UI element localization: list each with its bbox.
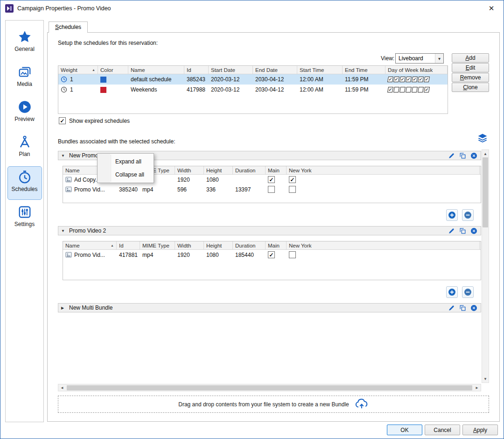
copy-bundle-button[interactable] — [459, 152, 467, 160]
bundle-name: Promo Video 2 — [69, 227, 106, 234]
delete-bundle-button[interactable] — [470, 152, 478, 160]
day-of-week-checkbox[interactable] — [418, 87, 424, 92]
remove-content-button[interactable] — [462, 286, 474, 298]
day-of-week-checkbox[interactable]: ✓ — [399, 77, 406, 82]
column-header-color[interactable]: Color — [98, 66, 128, 74]
edit-bundle-button[interactable] — [448, 304, 455, 312]
view-dropdown[interactable]: Liveboard ▾ — [395, 53, 444, 64]
column-header-id[interactable]: Id — [117, 241, 140, 249]
main-checkbox[interactable] — [268, 186, 275, 193]
bundle-header[interactable]: ▶New Multi Bundle — [58, 303, 481, 312]
expand-triangle-icon[interactable]: ▶ — [61, 306, 66, 310]
remove-content-button[interactable] — [462, 209, 474, 221]
scroll-down-icon[interactable]: ▼ — [482, 375, 489, 382]
main-checkbox[interactable]: ✓ — [268, 176, 275, 183]
scroll-up-icon[interactable]: ▲ — [482, 150, 489, 157]
column-header-end-date[interactable]: End Date — [253, 66, 297, 74]
column-header-width[interactable]: Width — [175, 166, 204, 174]
add-content-button[interactable] — [446, 209, 458, 221]
edit-bundle-button[interactable] — [448, 227, 455, 235]
titlebar: Campaign Properties - Promo Video ✕ — [0, 0, 504, 16]
column-header-name[interactable]: Name▲ — [63, 241, 117, 249]
column-header-start-date[interactable]: Start Date — [209, 66, 253, 74]
edit-bundle-button[interactable] — [448, 152, 455, 160]
tab-schedules[interactable]: Schedules — [49, 21, 88, 33]
column-header-height[interactable]: Height — [204, 241, 233, 249]
sidebar-item-general[interactable]: General — [7, 26, 42, 60]
sidebar-item-preview[interactable]: Preview — [7, 96, 42, 130]
day-of-week-checkbox[interactable] — [393, 87, 399, 92]
copy-bundle-button[interactable] — [459, 304, 467, 312]
day-of-week-checkbox[interactable] — [406, 87, 412, 92]
column-header-width[interactable]: Width — [175, 241, 204, 249]
bundles-list: ▼New Promo ViName▲IdMIME TypeWidthHeight… — [58, 149, 481, 384]
column-header-id[interactable]: Id — [184, 66, 209, 74]
collapse-triangle-icon[interactable]: ▼ — [61, 154, 66, 158]
column-header-end-time[interactable]: End Time — [343, 66, 385, 74]
column-header-main[interactable]: Main — [266, 166, 287, 174]
bundle-header[interactable]: ▼Promo Video 2 — [58, 226, 481, 235]
sidebar-item-label: Settings — [8, 221, 42, 227]
column-header-weight[interactable]: Weight▲ — [58, 66, 98, 74]
sidebar-item-settings[interactable]: Settings — [7, 201, 42, 235]
image-icon — [65, 252, 72, 258]
sidebar-item-plan[interactable]: Plan — [7, 131, 42, 165]
menu-item-collapse-all[interactable]: Collapse all — [98, 168, 154, 181]
new-york-checkbox[interactable] — [289, 186, 296, 193]
horizontal-scrollbar[interactable]: ◄ ► — [58, 384, 481, 391]
menu-item-expand-all[interactable]: Expand all — [98, 155, 154, 168]
add-content-button[interactable] — [446, 286, 458, 298]
column-header-new-york[interactable]: New York — [287, 166, 480, 174]
column-header-name[interactable]: Name — [128, 66, 184, 74]
horizontal-scroll-thumb[interactable] — [67, 385, 472, 390]
copy-bundle-button[interactable] — [459, 227, 467, 235]
schedule-row[interactable]: 1Weekends4179882020-03-122030-04-1212:00… — [58, 85, 448, 95]
vertical-scroll-thumb[interactable] — [483, 157, 488, 227]
dropzone[interactable]: Drag and drop contents from your file sy… — [58, 396, 489, 413]
day-of-week-checkbox[interactable]: ✓ — [412, 77, 418, 82]
plan-icon — [8, 135, 42, 150]
day-of-week-checkbox[interactable]: ✓ — [424, 77, 430, 82]
column-header-new-york[interactable]: New York — [287, 241, 480, 249]
sidebar: GeneralMediaPreviewPlanSchedulesSettings — [5, 20, 44, 422]
day-of-week-checkbox[interactable]: ✓ — [418, 77, 424, 82]
day-of-week-checkbox[interactable] — [412, 87, 418, 92]
new-york-checkbox[interactable] — [289, 251, 296, 258]
edit-button[interactable]: Edit — [452, 63, 489, 72]
vertical-scrollbar[interactable]: ▲ ▼ — [482, 149, 489, 383]
collapse-triangle-icon[interactable]: ▼ — [61, 229, 66, 233]
main-checkbox[interactable]: ✓ — [268, 251, 275, 258]
day-of-week-checkbox[interactable]: ✓ — [387, 77, 393, 82]
schedule-row[interactable]: 1default schedule3852432020-03-122030-04… — [58, 74, 448, 85]
cancel-button[interactable]: Cancel — [425, 425, 460, 435]
delete-bundle-button[interactable] — [470, 227, 478, 235]
sidebar-item-schedules[interactable]: Schedules — [7, 166, 42, 200]
remove-button[interactable]: Remove — [452, 73, 489, 82]
scroll-left-icon[interactable]: ◄ — [58, 384, 66, 391]
day-of-week-checkbox[interactable]: ✓ — [393, 77, 399, 82]
column-header-day-of-week-mask[interactable]: Day of Week Mask — [385, 66, 448, 74]
bundle-content-row[interactable]: Promo Vid...417881mp419201080185440✓ — [63, 250, 481, 260]
add-button[interactable]: Add — [452, 53, 489, 63]
bundle-content-row[interactable]: Promo Vid...385240mp459633613397 — [63, 184, 481, 194]
ok-button[interactable]: OK — [387, 425, 422, 435]
layers-button[interactable] — [475, 131, 490, 146]
column-header-duration[interactable]: Duration — [233, 166, 266, 174]
scroll-right-icon[interactable]: ► — [473, 384, 481, 391]
day-of-week-checkbox[interactable]: ✓ — [424, 87, 430, 92]
clone-button[interactable]: Clone — [452, 83, 489, 92]
apply-button[interactable]: Apply — [462, 425, 498, 435]
delete-bundle-button[interactable] — [470, 304, 478, 312]
close-button[interactable]: ✕ — [483, 3, 500, 14]
new-york-checkbox[interactable]: ✓ — [289, 176, 296, 183]
show-expired-checkbox[interactable]: ✓ Show expired schedules — [59, 117, 130, 124]
column-header-mime-type[interactable]: MIME Type — [140, 241, 175, 249]
day-of-week-checkbox[interactable] — [399, 87, 406, 92]
column-header-start-time[interactable]: Start Time — [297, 66, 343, 74]
sidebar-item-media[interactable]: Media — [7, 61, 42, 95]
column-header-main[interactable]: Main — [266, 241, 287, 249]
day-of-week-checkbox[interactable]: ✓ — [406, 77, 412, 82]
column-header-height[interactable]: Height — [204, 166, 233, 174]
column-header-duration[interactable]: Duration — [233, 241, 266, 249]
day-of-week-checkbox[interactable]: ✓ — [387, 87, 393, 92]
